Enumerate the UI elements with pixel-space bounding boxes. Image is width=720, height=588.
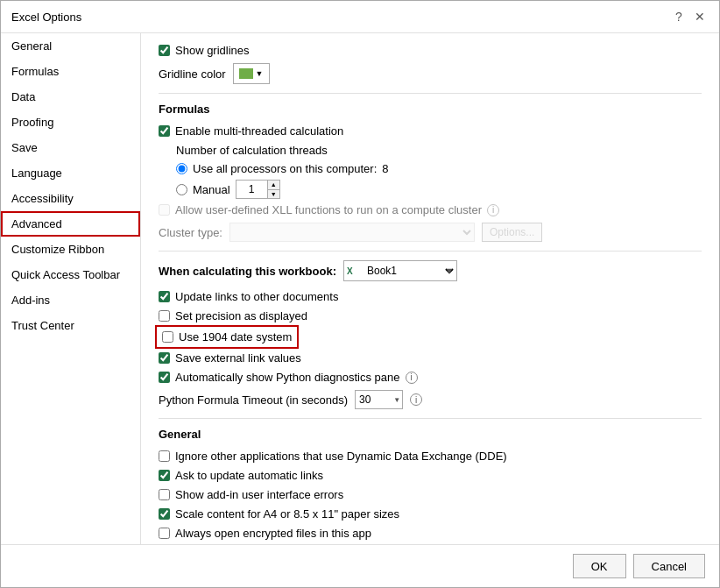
num-threads-label: Number of calculation threads bbox=[176, 144, 328, 157]
sidebar-item-save[interactable]: Save bbox=[1, 135, 140, 160]
open-encrypted-row: Always open encrypted files in this app bbox=[159, 527, 702, 540]
when-calc-label: When calculating this workbook: bbox=[159, 265, 336, 278]
open-encrypted-label: Always open encrypted files in this app bbox=[175, 527, 371, 540]
separator-1 bbox=[159, 93, 702, 94]
num-threads-label-row: Number of calculation threads bbox=[176, 144, 702, 157]
set-precision-checkbox[interactable] bbox=[159, 310, 170, 322]
formulas-section-title: Formulas bbox=[159, 103, 702, 116]
save-external-checkbox[interactable] bbox=[159, 352, 170, 364]
sidebar-item-customize-ribbon[interactable]: Customize Ribbon bbox=[1, 237, 140, 262]
sidebar-item-language[interactable]: Language bbox=[1, 160, 140, 186]
enable-multithread-checkbox[interactable] bbox=[159, 125, 170, 137]
sidebar-item-accessibility[interactable]: Accessibility bbox=[1, 186, 140, 211]
use-1904-container: Use 1904 date system bbox=[159, 329, 702, 345]
update-links-checkbox[interactable] bbox=[159, 291, 170, 302]
workbook-select[interactable]: Book1 bbox=[343, 260, 457, 281]
excel-options-dialog: Excel Options ? ✕ General Formulas Data … bbox=[0, 0, 720, 588]
gridline-color-label: Gridline color bbox=[159, 67, 226, 81]
set-precision-row: Set precision as displayed bbox=[159, 309, 702, 322]
show-addin-errors-row: Show add-in user interface errors bbox=[159, 488, 702, 501]
main-content: Show gridlines Gridline color ▼ Formulas… bbox=[141, 33, 719, 544]
allow-xll-label: Allow user-defined XLL functions to run … bbox=[175, 203, 482, 216]
scale-content-label: Scale content for A4 or 8.5 x 11" paper … bbox=[175, 507, 399, 521]
close-button[interactable]: ✕ bbox=[691, 8, 709, 25]
show-gridlines-row: Show gridlines bbox=[159, 44, 702, 57]
ok-button[interactable]: OK bbox=[573, 554, 626, 578]
title-bar-buttons: ? ✕ bbox=[670, 8, 709, 25]
scale-content-checkbox[interactable] bbox=[159, 508, 170, 520]
ignore-dde-checkbox[interactable] bbox=[159, 450, 170, 462]
manual-threads-input[interactable] bbox=[236, 181, 267, 198]
timeout-select-wrapper: 30 bbox=[355, 390, 403, 409]
manual-threads-radio[interactable] bbox=[176, 184, 187, 195]
sidebar-item-data[interactable]: Data bbox=[1, 84, 140, 110]
update-links-row: Update links to other documents bbox=[159, 290, 702, 303]
spinbox-buttons: ▲ ▼ bbox=[267, 181, 279, 198]
show-addin-errors-checkbox[interactable] bbox=[159, 489, 170, 500]
general-section-title: General bbox=[159, 428, 702, 441]
enable-multithread-row: Enable multi-threaded calculation bbox=[159, 124, 702, 138]
show-gridlines-label: Show gridlines bbox=[175, 44, 250, 57]
dialog-body: General Formulas Data Proofing Save Lang… bbox=[1, 33, 719, 544]
gridline-color-button[interactable]: ▼ bbox=[233, 63, 270, 84]
ask-update-checkbox[interactable] bbox=[159, 470, 170, 481]
separator-3 bbox=[159, 418, 702, 419]
manual-threads-spinbox: ▲ ▼ bbox=[236, 180, 280, 199]
ignore-dde-label: Ignore other applications that use Dynam… bbox=[175, 450, 507, 463]
cancel-button[interactable]: Cancel bbox=[633, 554, 705, 578]
cluster-options-button[interactable]: Options... bbox=[482, 223, 542, 242]
color-swatch bbox=[239, 68, 253, 79]
enable-multithread-label: Enable multi-threaded calculation bbox=[175, 124, 343, 138]
gridline-color-row: Gridline color ▼ bbox=[159, 63, 702, 84]
color-dropdown-icon: ▼ bbox=[256, 69, 264, 78]
python-timeout-select[interactable]: 30 bbox=[355, 390, 403, 409]
num-processors-value: 8 bbox=[382, 162, 388, 175]
sidebar-item-trust-center[interactable]: Trust Center bbox=[1, 313, 140, 338]
open-encrypted-checkbox[interactable] bbox=[159, 528, 170, 539]
sidebar-item-advanced[interactable]: Advanced bbox=[1, 211, 140, 237]
python-timeout-label: Python Formula Timeout (in seconds) bbox=[159, 393, 348, 407]
cluster-type-label: Cluster type: bbox=[159, 226, 222, 239]
show-gridlines-checkbox[interactable] bbox=[159, 45, 170, 56]
sidebar-item-quick-access[interactable]: Quick Access Toolbar bbox=[1, 262, 140, 287]
ask-update-row: Ask to update automatic links bbox=[159, 469, 702, 482]
sidebar-item-formulas[interactable]: Formulas bbox=[1, 59, 140, 84]
spinbox-down-btn[interactable]: ▼ bbox=[267, 190, 279, 199]
sidebar-item-proofing[interactable]: Proofing bbox=[1, 110, 140, 135]
auto-python-row: Automatically show Python diagnostics pa… bbox=[159, 371, 702, 384]
title-bar: Excel Options ? ✕ bbox=[1, 1, 719, 33]
auto-python-info-icon: i bbox=[406, 372, 418, 384]
manual-threads-row: Manual ▲ ▼ bbox=[176, 180, 702, 199]
cluster-type-select[interactable] bbox=[229, 223, 475, 242]
cluster-type-row: Cluster type: Options... bbox=[159, 223, 702, 242]
use-all-processors-label: Use all processors on this computer: bbox=[193, 162, 377, 175]
update-links-label: Update links to other documents bbox=[175, 290, 338, 303]
save-external-label: Save external link values bbox=[175, 351, 301, 365]
when-calc-row: When calculating this workbook: X Book1 … bbox=[159, 260, 702, 281]
set-precision-label: Set precision as displayed bbox=[175, 309, 307, 322]
manual-label: Manual bbox=[193, 183, 230, 196]
spinbox-up-btn[interactable]: ▲ bbox=[267, 181, 279, 190]
allow-xll-info-icon: i bbox=[487, 204, 499, 216]
use-1904-highlighted: Use 1904 date system bbox=[159, 329, 295, 345]
help-button[interactable]: ? bbox=[670, 8, 688, 25]
sidebar-item-add-ins[interactable]: Add-ins bbox=[1, 287, 140, 313]
dialog-title: Excel Options bbox=[11, 11, 81, 24]
use-1904-label: Use 1904 date system bbox=[179, 330, 292, 344]
allow-xll-row: Allow user-defined XLL functions to run … bbox=[159, 203, 702, 216]
separator-2 bbox=[159, 251, 702, 251]
save-external-row: Save external link values bbox=[159, 351, 702, 365]
scale-content-row: Scale content for A4 or 8.5 x 11" paper … bbox=[159, 507, 702, 521]
use-1904-checkbox[interactable] bbox=[162, 331, 173, 343]
python-timeout-info-icon: i bbox=[410, 393, 422, 406]
sidebar-item-general[interactable]: General bbox=[1, 33, 140, 59]
use-all-processors-row: Use all processors on this computer: 8 bbox=[176, 162, 702, 175]
python-timeout-row: Python Formula Timeout (in seconds) 30 i bbox=[159, 390, 702, 409]
auto-python-checkbox[interactable] bbox=[159, 372, 170, 383]
use-all-processors-radio[interactable] bbox=[176, 163, 187, 174]
allow-xll-checkbox[interactable] bbox=[159, 204, 170, 216]
show-addin-errors-label: Show add-in user interface errors bbox=[175, 488, 343, 501]
auto-python-label: Automatically show Python diagnostics pa… bbox=[175, 371, 400, 384]
workbook-select-wrapper: X Book1 ▼ bbox=[343, 260, 457, 281]
ignore-dde-row: Ignore other applications that use Dynam… bbox=[159, 450, 702, 463]
